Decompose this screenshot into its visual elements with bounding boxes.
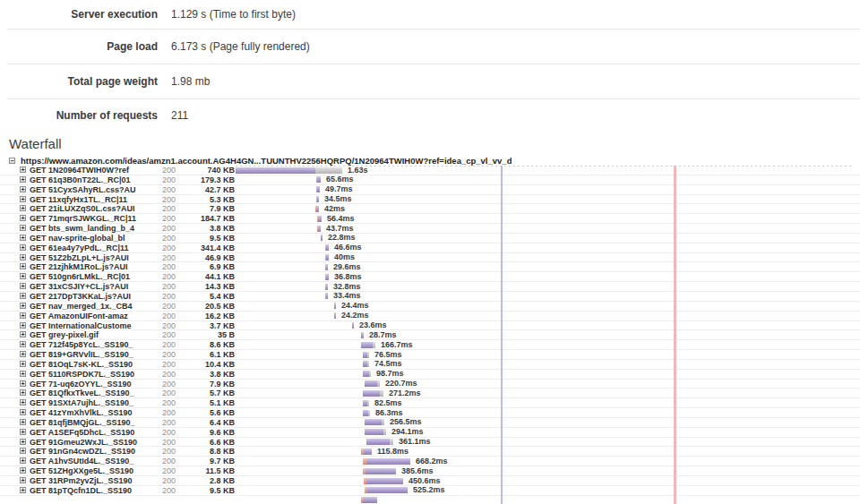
- request-row[interactable]: [0, 496, 860, 504]
- timing-bar[interactable]: 385.6ms: [363, 468, 434, 474]
- expand-icon[interactable]: +: [20, 244, 26, 251]
- timing-bar[interactable]: 166.7ms: [361, 342, 413, 348]
- expand-icon[interactable]: +: [20, 380, 26, 387]
- request-row[interactable]: +GET 91nGn4cwDZL._SS1902008.8 KB115.8ms: [0, 447, 860, 457]
- request-row[interactable]: +GET 21zjhkM1RoL.js?AUI2006.9 KB29.6ms: [0, 262, 860, 272]
- expand-icon[interactable]: +: [20, 429, 26, 435]
- request-row[interactable]: +GET grey-pixel.gif20035 B28.7ms: [0, 330, 860, 340]
- root-url-row[interactable]: − https://www.amazon.com/ideas/amzn1.acc…: [0, 156, 860, 166]
- request-row[interactable]: +GET bts_swm_landing_b_42003.8 KB43.7ms: [0, 224, 860, 234]
- expand-icon[interactable]: +: [20, 389, 26, 396]
- timing-bar[interactable]: 56.4ms: [317, 216, 355, 222]
- request-row[interactable]: +GET 71-uq6zOYYL._SS1902007.9 KB220.7ms: [0, 380, 860, 389]
- request-row[interactable]: +GET nav-sprite-global_bl2009.5 KB22.8ms: [0, 234, 860, 243]
- request-row[interactable]: +GET 91Gmeu2WxJL._SS1902006.6 KB361.1ms: [0, 438, 860, 448]
- expand-icon[interactable]: +: [20, 351, 26, 357]
- timing-bar[interactable]: 668.2ms: [363, 458, 448, 465]
- expand-icon[interactable]: +: [20, 341, 26, 347]
- expand-icon[interactable]: +: [20, 322, 26, 329]
- expand-icon[interactable]: +: [20, 371, 26, 377]
- timing-bar[interactable]: 49.7ms: [316, 186, 353, 192]
- expand-icon[interactable]: +: [20, 293, 26, 299]
- timing-bar[interactable]: 42ms: [315, 206, 345, 212]
- expand-icon[interactable]: +: [20, 409, 26, 415]
- timing-bar[interactable]: 33.4ms: [325, 293, 361, 299]
- timing-bar[interactable]: 76.5ms: [363, 352, 402, 358]
- timing-bar[interactable]: 32.8ms: [325, 284, 361, 290]
- request-row[interactable]: +GET 61q3B0nT22L._RC|01200179.3 KB65.6ms: [0, 175, 860, 185]
- timing-bar[interactable]: 23.6ms: [352, 322, 387, 329]
- expand-icon[interactable]: +: [20, 225, 26, 231]
- request-row[interactable]: +GET AmazonUIFont-amaz20016.2 KB24.2ms: [0, 312, 860, 321]
- timing-bar[interactable]: 256.5ms: [365, 419, 422, 425]
- expand-icon[interactable]: +: [20, 215, 26, 221]
- expand-icon[interactable]: +: [20, 331, 26, 337]
- expand-icon[interactable]: +: [20, 283, 26, 289]
- request-row[interactable]: +GET 51CyxSAhyRL.css?AU20042.7 KB49.7ms: [0, 185, 860, 195]
- timing-bar[interactable]: 46.6ms: [325, 244, 362, 251]
- timing-bar[interactable]: 74.5ms: [363, 361, 402, 367]
- timing-bar[interactable]: 24.2ms: [334, 312, 369, 319]
- expand-icon[interactable]: +: [20, 419, 26, 425]
- timing-bar[interactable]: 22.8ms: [321, 235, 356, 241]
- timing-bar[interactable]: 29.6ms: [325, 264, 361, 270]
- timing-bar[interactable]: 43.7ms: [317, 226, 354, 232]
- timing-bar[interactable]: 220.7ms: [365, 380, 417, 387]
- timing-bar[interactable]: 361.1ms: [366, 439, 431, 445]
- request-row[interactable]: +GET 91SXtA7ujhL._SS190_2005.1 KB82.5ms: [0, 398, 860, 408]
- expand-icon[interactable]: +: [20, 487, 26, 493]
- expand-icon[interactable]: +: [20, 186, 26, 192]
- expand-icon[interactable]: +: [20, 477, 26, 483]
- expand-icon[interactable]: +: [20, 167, 26, 173]
- request-row[interactable]: +GET 81OqL7sK-KL._SS19020010.4 KB74.5ms: [0, 360, 860, 370]
- request-row[interactable]: +GET 81qfjBMQjGL._SS190_2006.4 KB256.5ms: [0, 418, 860, 428]
- request-row[interactable]: +GET 217DpT3KKaL.js?AUI2005.4 KB33.4ms: [0, 292, 860, 302]
- expand-icon[interactable]: +: [20, 205, 26, 211]
- request-row[interactable]: +GET 81QfkxTkveL._SS190_2005.7 KB271.2ms: [0, 389, 860, 398]
- expand-icon[interactable]: +: [20, 467, 26, 474]
- request-row[interactable]: +GET 81pTQcfn1DL._SS1902009.5 KB525.2ms: [0, 486, 860, 496]
- timing-bar[interactable]: 1.63s: [236, 167, 368, 174]
- request-row[interactable]: +GET A1SEFq5DhcL._SS1902009.6 KB294.1ms: [0, 428, 860, 438]
- request-row[interactable]: +GET 51Z2bZLpL+L.js?AUI20046.9 KB40ms: [0, 253, 860, 263]
- request-row[interactable]: +GET 31RPm2yvZjL._SS1902002.8 KB450.6ms: [0, 476, 860, 486]
- request-row[interactable]: +GET 41zYmXhVlkL._SS1902005.6 KB86.3ms: [0, 408, 860, 418]
- timing-bar[interactable]: 271.2ms: [363, 390, 421, 397]
- timing-bar[interactable]: 24.4ms: [334, 303, 369, 309]
- timing-bar[interactable]: 98.7ms: [363, 371, 404, 377]
- request-row[interactable]: +GET 1N20964TWIH0W?ref200740 KB1.63s: [0, 166, 860, 175]
- request-row[interactable]: +GET A1hvSUtId4L._SS190_2009.7 KB668.2ms: [0, 457, 860, 466]
- expand-icon[interactable]: +: [20, 312, 26, 319]
- expand-icon[interactable]: +: [20, 254, 26, 261]
- request-row[interactable]: +GET 61ea4y7yPdL._RC|11200341.4 KB46.6ms: [0, 243, 860, 253]
- timing-bar[interactable]: 65.6ms: [316, 176, 354, 183]
- collapse-icon[interactable]: −: [9, 158, 15, 164]
- timing-bar[interactable]: 115.8ms: [361, 448, 408, 455]
- request-row[interactable]: +GET 21iLUXZqS0L.css?AUI2007.9 KB42ms: [0, 204, 860, 214]
- request-row[interactable]: +GET 712f45p8YcL._SS190_2008.6 KB166.7ms: [0, 340, 860, 350]
- request-row[interactable]: +GET 31xCSJIY+CL.js?AUI20014.3 KB32.8ms: [0, 282, 860, 292]
- expand-icon[interactable]: +: [20, 399, 26, 406]
- timing-bar[interactable]: 525.2ms: [365, 487, 445, 493]
- request-row[interactable]: +GET 5110RSPDK7L._SS1902003.8 KB98.7ms: [0, 370, 860, 380]
- request-row[interactable]: +GET 51ZHgXXge5L._SS19020011.5 KB385.6ms: [0, 466, 860, 476]
- expand-icon[interactable]: +: [20, 176, 26, 183]
- request-row[interactable]: +GET InternationalCustome2003.7 KB23.6ms: [0, 321, 860, 331]
- expand-icon[interactable]: +: [20, 448, 26, 454]
- timing-bar[interactable]: [361, 497, 377, 503]
- timing-bar[interactable]: 450.6ms: [364, 478, 441, 484]
- expand-icon[interactable]: +: [20, 361, 26, 367]
- timing-bar[interactable]: 86.3ms: [363, 410, 403, 416]
- request-row[interactable]: +GET nav_merged_1x._CB420020.5 KB24.4ms: [0, 302, 860, 312]
- timing-bar[interactable]: 82.5ms: [363, 400, 402, 406]
- request-row[interactable]: +GET 71mqrSJWKGL._RC|11200184.7 KB56.4ms: [0, 214, 860, 224]
- request-row[interactable]: +GET 11xqfyHx1TL._RC|112005.3 KB34.5ms: [0, 195, 860, 205]
- expand-icon[interactable]: +: [20, 273, 26, 279]
- timing-bar[interactable]: 294.1ms: [365, 429, 424, 435]
- expand-icon[interactable]: +: [20, 196, 26, 202]
- timing-bar[interactable]: 36.8ms: [325, 274, 362, 280]
- request-row[interactable]: +GET 510gn6rLMkL._RC|0120044.1 KB36.8ms: [0, 272, 860, 282]
- expand-icon[interactable]: +: [20, 457, 26, 464]
- expand-icon[interactable]: +: [20, 235, 26, 241]
- request-row[interactable]: +GET 819+GRVvlIL._SS190_2006.1 KB76.5ms: [0, 350, 860, 360]
